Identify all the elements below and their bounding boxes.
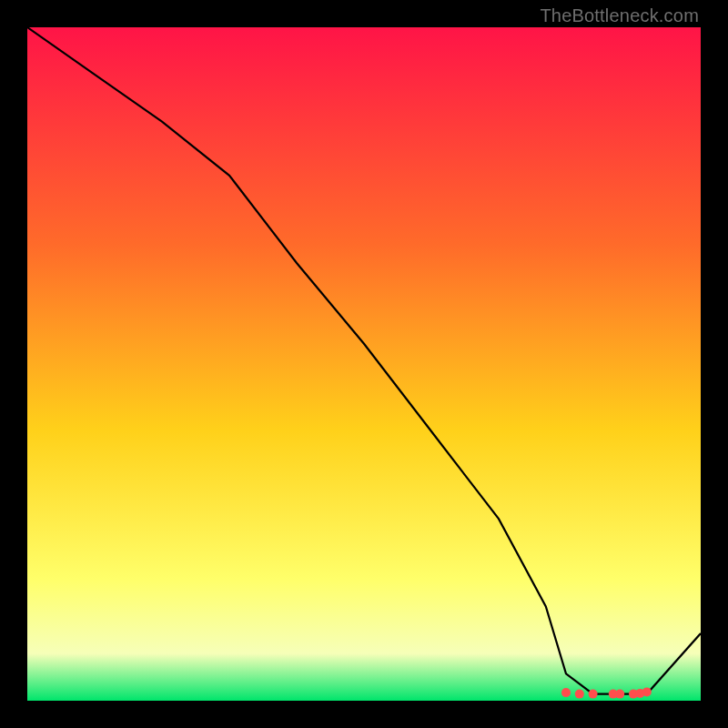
chart-frame: TheBottleneck.com (0, 0, 728, 728)
marker-dot (575, 690, 584, 699)
marker-dot (642, 687, 652, 696)
watermark-text: TheBottleneck.com (540, 5, 699, 26)
gradient-background (27, 27, 701, 701)
marker-dot (561, 688, 571, 697)
marker-dot (589, 690, 598, 699)
marker-dot (615, 690, 624, 699)
chart-plot (27, 27, 701, 701)
